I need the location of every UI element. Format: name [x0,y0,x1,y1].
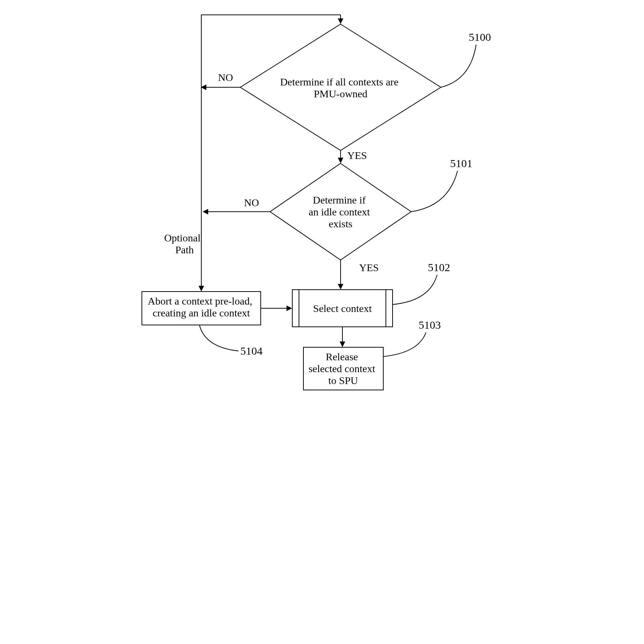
label-yes-5100: YES [347,150,367,161]
label-no-5101: NO [244,197,259,208]
flowchart: Determine if all contexts are PMU-owned … [121,0,523,401]
ref-5104: 5104 [240,345,263,357]
callout-5104 [199,325,238,351]
label-optional-path: Optional Path [164,232,203,256]
process-5102-text: Select context [313,303,372,314]
ref-5101: 5101 [450,157,472,169]
label-yes-5101: YES [359,262,379,273]
ref-5103: 5103 [419,319,441,331]
callout-5103 [383,332,426,357]
callout-5100 [441,45,476,87]
label-no-5100: NO [218,72,233,83]
ref-5100: 5100 [469,31,491,43]
ref-5102: 5102 [428,261,450,273]
callout-5101 [411,171,458,212]
process-5104-text: Abort a context pre-load, creating an id… [148,295,255,319]
callout-5102 [393,275,437,305]
